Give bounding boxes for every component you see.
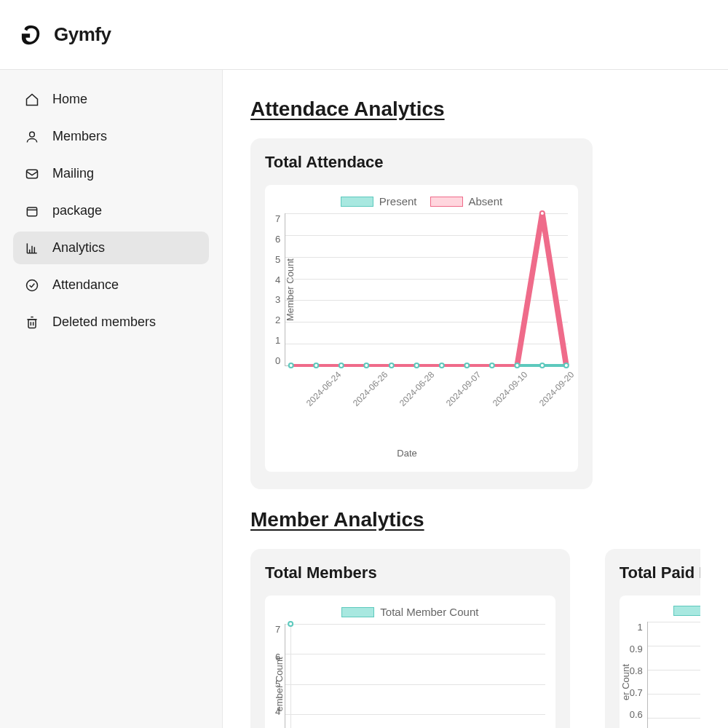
x-axis-label: Date [261,448,553,459]
sidebar: Home Members Mailing package Analytics A… [0,70,223,728]
svg-point-6 [314,363,319,368]
sidebar-item-label: Members [52,129,107,144]
x-axis: 2024-06-24 2024-06-26 2024-06-28 2024-09… [275,371,568,407]
attendance-chart[interactable]: Present Absent Member Count 7 6 5 4 3 2 … [265,185,578,472]
brand-name: Gymfy [54,23,111,46]
total-attendance-card: Total Attendace Present Absent Member Co… [250,138,593,489]
svg-point-14 [515,363,520,368]
svg-point-18 [288,622,293,626]
check-circle-icon [25,278,39,293]
svg-point-9 [389,363,394,368]
sidebar-item-label: Home [52,92,87,107]
main-content: Attendace Analytics Total Attendace Pres… [223,70,728,728]
chart-legend: Present Absent [275,195,568,207]
svg-rect-4 [28,319,36,328]
y-axis-label: er Count [620,664,631,700]
home-icon [25,92,39,107]
brand[interactable]: Gymfy [20,23,111,46]
plot-area [647,622,700,728]
svg-point-8 [365,363,369,368]
total-members-card: Total Members Total Member Count ember C… [250,549,570,728]
sidebar-item-label: Mailing [52,166,94,181]
legend-total-members[interactable]: Total Member Count [341,606,478,618]
sidebar-item-package[interactable]: package [13,194,209,227]
package-icon [25,204,39,218]
chart-legend [673,606,700,616]
svg-point-3 [27,280,38,290]
sidebar-item-label: Attendance [52,277,119,293]
svg-point-17 [540,211,545,215]
sidebar-item-home[interactable]: Home [13,83,209,116]
y-axis: Member Count 7 6 5 4 3 2 1 0 [275,213,285,366]
card-title: Total Attendace [265,153,578,172]
sidebar-item-members[interactable]: Members [13,120,209,153]
svg-point-11 [440,363,444,368]
y-axis: er Count 1 0.9 0.8 0.7 0.6 0.5 [630,622,647,728]
swatch-icon [673,606,700,616]
total-paid-members-card: Total Paid M er Count 1 0.9 0.8 0.7 0.6 [605,549,700,728]
svg-point-15 [540,363,545,368]
svg-point-5 [289,363,293,368]
trash-icon [25,315,39,330]
swatch-icon [341,607,374,617]
y-axis-label: ember Count [274,657,285,711]
swatch-icon [430,197,463,207]
plot-area [285,624,545,728]
legend-present[interactable]: Present [341,195,417,207]
sidebar-item-label: Deleted members [52,314,156,330]
sidebar-item-deleted[interactable]: Deleted members [13,306,209,339]
user-icon [25,130,39,144]
app-header: Gymfy [0,0,728,70]
svg-rect-2 [27,207,36,216]
attendance-analytics-title: Attendace Analytics [250,98,700,121]
sidebar-item-analytics[interactable]: Analytics [13,232,209,264]
logo-icon [20,24,42,46]
svg-point-0 [30,132,35,137]
total-members-chart[interactable]: Total Member Count ember Count 7 6 5 4 3 [265,596,555,728]
card-title: Total Members [265,563,555,582]
svg-point-12 [465,363,470,368]
plot-area [285,213,568,366]
svg-point-13 [490,363,494,368]
y-axis: ember Count 7 6 5 4 3 [275,624,285,728]
sidebar-item-label: Analytics [52,240,105,256]
svg-point-16 [564,363,569,368]
member-analytics-title: Member Analytics [250,508,700,531]
svg-rect-1 [27,170,38,178]
chart-icon [25,241,39,256]
chart-legend: Total Member Count [275,606,545,618]
legend-paid[interactable] [673,606,700,616]
paid-members-chart[interactable]: er Count 1 0.9 0.8 0.7 0.6 0.5 [620,596,700,728]
mail-icon [25,167,39,181]
sidebar-item-attendance[interactable]: Attendance [13,269,209,301]
sidebar-item-mailing[interactable]: Mailing [13,157,209,190]
svg-point-7 [339,363,344,368]
legend-absent[interactable]: Absent [430,195,503,207]
sidebar-item-label: package [52,203,102,218]
swatch-icon [341,197,373,207]
card-title: Total Paid M [620,563,700,582]
svg-point-10 [415,363,419,368]
